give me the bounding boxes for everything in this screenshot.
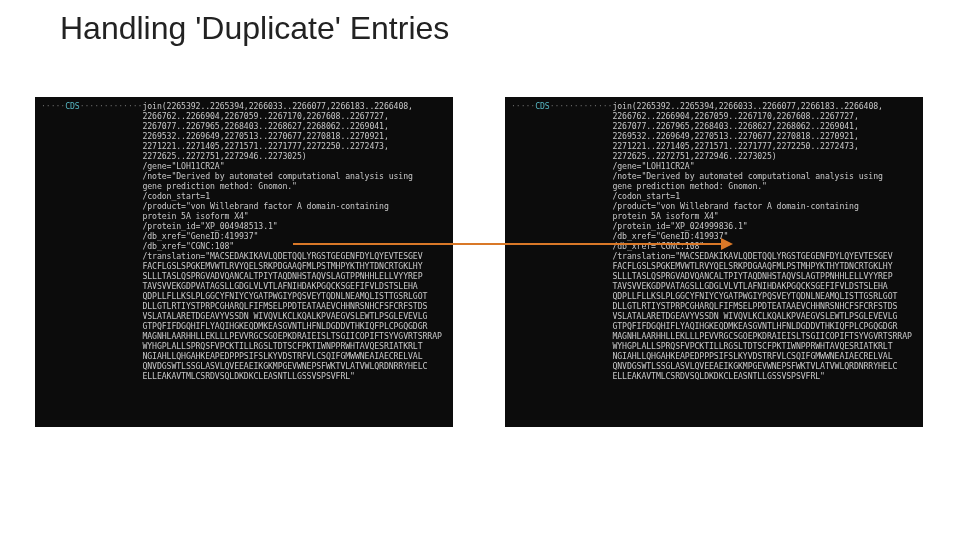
slide-title: Handling 'Duplicate' Entries <box>60 10 449 47</box>
genbank-record-left: ·····CDS·············join(2265392..22653… <box>35 97 453 427</box>
comparison-arrow <box>293 243 723 245</box>
genbank-record-right: ·····CDS·············join(2265392..22653… <box>505 97 923 427</box>
